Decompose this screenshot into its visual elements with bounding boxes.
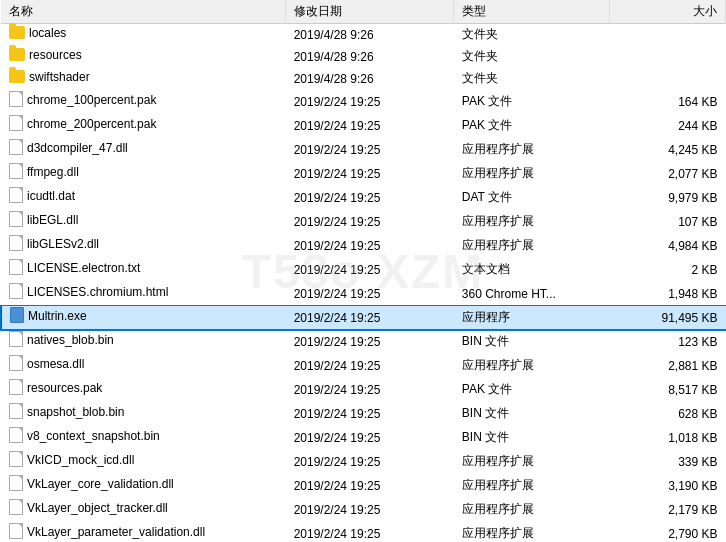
file-type: 文件夹 — [454, 24, 609, 46]
file-date: 2019/2/24 19:25 — [286, 426, 454, 450]
file-icon — [9, 355, 23, 371]
file-name: snapshot_blob.bin — [27, 405, 124, 419]
table-row[interactable]: LICENSES.chromium.html2019/2/24 19:25360… — [1, 282, 726, 306]
table-row[interactable]: v8_context_snapshot.bin2019/2/24 19:25BI… — [1, 426, 726, 450]
file-name: VkLayer_core_validation.dll — [27, 477, 174, 491]
file-type: 应用程序扩展 — [454, 522, 609, 543]
table-row[interactable]: libEGL.dll2019/2/24 19:25应用程序扩展107 KB — [1, 210, 726, 234]
file-type: PAK 文件 — [454, 114, 609, 138]
file-type: 应用程序扩展 — [454, 162, 609, 186]
file-name-cell: VkLayer_parameter_validation.dll — [1, 522, 286, 543]
file-name: icudtl.dat — [27, 189, 75, 203]
file-type: 文件夹 — [454, 46, 609, 68]
file-size: 244 KB — [609, 114, 725, 138]
file-name: ffmpeg.dll — [27, 165, 79, 179]
file-name-cell: chrome_100percent.pak — [1, 90, 286, 114]
file-name-cell: chrome_200percent.pak — [1, 114, 286, 138]
file-name-cell: VkLayer_object_tracker.dll — [1, 498, 286, 522]
file-name: libGLESv2.dll — [27, 237, 99, 251]
file-name-cell: VkLayer_core_validation.dll — [1, 474, 286, 498]
file-size: 3,190 KB — [609, 474, 725, 498]
file-type: 应用程序扩展 — [454, 210, 609, 234]
table-row[interactable]: VkLayer_object_tracker.dll2019/2/24 19:2… — [1, 498, 726, 522]
folder-icon — [9, 70, 25, 83]
table-row[interactable]: resources.pak2019/2/24 19:25PAK 文件8,517 … — [1, 378, 726, 402]
file-icon — [9, 379, 23, 395]
file-name-cell: snapshot_blob.bin — [1, 402, 286, 426]
table-row[interactable]: VkLayer_parameter_validation.dll2019/2/2… — [1, 522, 726, 543]
table-row[interactable]: chrome_100percent.pak2019/2/24 19:25PAK … — [1, 90, 726, 114]
file-date: 2019/4/28 9:26 — [286, 46, 454, 68]
file-date: 2019/2/24 19:25 — [286, 498, 454, 522]
file-date: 2019/2/24 19:25 — [286, 474, 454, 498]
file-name-cell: resources.pak — [1, 378, 286, 402]
file-name: resources.pak — [27, 381, 102, 395]
table-row[interactable]: VkLayer_core_validation.dll2019/2/24 19:… — [1, 474, 726, 498]
file-date: 2019/2/24 19:25 — [286, 210, 454, 234]
file-size: 2,881 KB — [609, 354, 725, 378]
file-size — [609, 68, 725, 90]
file-name: locales — [29, 26, 66, 40]
table-row[interactable]: osmesa.dll2019/2/24 19:25应用程序扩展2,881 KB — [1, 354, 726, 378]
table-row[interactable]: libGLESv2.dll2019/2/24 19:25应用程序扩展4,984 … — [1, 234, 726, 258]
file-size — [609, 24, 725, 46]
file-icon — [9, 427, 23, 443]
col-header-type[interactable]: 类型 — [454, 0, 609, 24]
table-row[interactable]: resources2019/4/28 9:26文件夹 — [1, 46, 726, 68]
col-header-name[interactable]: 名称 — [1, 0, 286, 24]
file-name: Multrin.exe — [28, 309, 87, 323]
file-type: PAK 文件 — [454, 378, 609, 402]
file-name: VkLayer_parameter_validation.dll — [27, 525, 205, 539]
file-size: 2 KB — [609, 258, 725, 282]
table-row[interactable]: natives_blob.bin2019/2/24 19:25BIN 文件123… — [1, 330, 726, 354]
table-row[interactable]: snapshot_blob.bin2019/2/24 19:25BIN 文件62… — [1, 402, 726, 426]
table-row[interactable]: ffmpeg.dll2019/2/24 19:25应用程序扩展2,077 KB — [1, 162, 726, 186]
file-date: 2019/2/24 19:25 — [286, 186, 454, 210]
file-type: 应用程序 — [454, 306, 609, 330]
file-list[interactable]: T58o XZM 名称 修改日期 类型 大小 locales2019/4/28 … — [0, 0, 726, 542]
file-size: 2,179 KB — [609, 498, 725, 522]
file-size: 1,948 KB — [609, 282, 725, 306]
file-name-cell: resources — [1, 46, 286, 68]
file-size: 8,517 KB — [609, 378, 725, 402]
table-row[interactable]: d3dcompiler_47.dll2019/2/24 19:25应用程序扩展4… — [1, 138, 726, 162]
file-icon — [9, 115, 23, 131]
file-date: 2019/2/24 19:25 — [286, 378, 454, 402]
file-name: swiftshader — [29, 70, 90, 84]
file-type: 360 Chrome HT... — [454, 282, 609, 306]
file-name: natives_blob.bin — [27, 333, 114, 347]
col-header-date[interactable]: 修改日期 — [286, 0, 454, 24]
file-icon — [9, 451, 23, 467]
file-size: 2,077 KB — [609, 162, 725, 186]
table-row[interactable]: locales2019/4/28 9:26文件夹 — [1, 24, 726, 46]
file-size: 339 KB — [609, 450, 725, 474]
file-name-cell: swiftshader — [1, 68, 286, 90]
table-row[interactable]: VkICD_mock_icd.dll2019/2/24 19:25应用程序扩展3… — [1, 450, 726, 474]
table-row[interactable]: icudtl.dat2019/2/24 19:25DAT 文件9,979 KB — [1, 186, 726, 210]
file-date: 2019/2/24 19:25 — [286, 114, 454, 138]
col-header-size[interactable]: 大小 — [609, 0, 725, 24]
file-size: 4,245 KB — [609, 138, 725, 162]
file-date: 2019/2/24 19:25 — [286, 306, 454, 330]
file-date: 2019/2/24 19:25 — [286, 522, 454, 543]
file-type: BIN 文件 — [454, 426, 609, 450]
file-type: 应用程序扩展 — [454, 474, 609, 498]
file-name: d3dcompiler_47.dll — [27, 141, 128, 155]
file-name-cell: d3dcompiler_47.dll — [1, 138, 286, 162]
table-row[interactable]: LICENSE.electron.txt2019/2/24 19:25文本文档2… — [1, 258, 726, 282]
file-name: VkLayer_object_tracker.dll — [27, 501, 168, 515]
file-size: 107 KB — [609, 210, 725, 234]
folder-icon — [9, 48, 25, 61]
table-row[interactable]: Multrin.exe2019/2/24 19:25应用程序91,495 KB — [1, 306, 726, 330]
file-name: resources — [29, 48, 82, 62]
table-row[interactable]: chrome_200percent.pak2019/2/24 19:25PAK … — [1, 114, 726, 138]
file-icon — [9, 331, 23, 347]
file-icon — [9, 163, 23, 179]
file-icon — [9, 235, 23, 251]
file-icon — [9, 91, 23, 107]
file-type: 应用程序扩展 — [454, 234, 609, 258]
file-type: BIN 文件 — [454, 330, 609, 354]
table-row[interactable]: swiftshader2019/4/28 9:26文件夹 — [1, 68, 726, 90]
file-size: 4,984 KB — [609, 234, 725, 258]
file-type: 文本文档 — [454, 258, 609, 282]
